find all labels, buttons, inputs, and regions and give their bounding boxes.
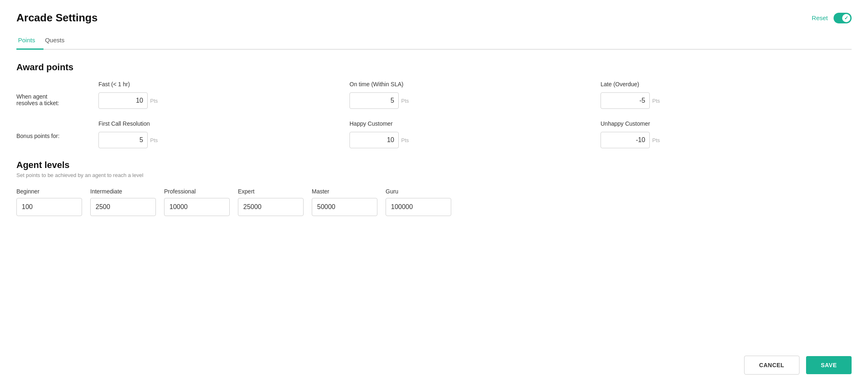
master-input[interactable]	[312, 198, 377, 216]
toggle-knob	[842, 14, 850, 22]
award-points-title: Award points	[16, 62, 852, 73]
guru-input[interactable]	[386, 198, 451, 216]
page-container: Arcade Settings Reset Points Quests Awar…	[0, 0, 868, 391]
award-points-label: When agentresolves a ticket:	[16, 81, 98, 106]
footer-actions: CANCEL SAVE	[744, 356, 852, 375]
firstcall-input-wrap: Pts	[98, 132, 349, 148]
unhappy-input-wrap: Pts	[601, 132, 852, 148]
beginner-input[interactable]	[16, 198, 82, 216]
save-button[interactable]: SAVE	[806, 356, 852, 374]
fast-label: Fast (< 1 hr)	[98, 81, 349, 87]
expert-input[interactable]	[238, 198, 304, 216]
level-col-intermediate: Intermediate	[90, 188, 156, 216]
happy-label: Happy Customer	[349, 120, 601, 127]
points-col-unhappy: Unhappy Customer Pts	[601, 120, 852, 148]
points-col-ontime: On time (Within SLA) Pts	[349, 81, 601, 109]
level-col-beginner: Beginner	[16, 188, 82, 216]
points-col-fast: Fast (< 1 hr) Pts	[98, 81, 349, 109]
late-label: Late (Overdue)	[601, 81, 852, 87]
agent-levels-section: Agent levels Set points to be achieved b…	[16, 160, 852, 216]
award-points-row: When agentresolves a ticket: Fast (< 1 h…	[16, 81, 852, 109]
level-col-professional: Professional	[164, 188, 230, 216]
firstcall-input[interactable]	[98, 132, 148, 148]
intermediate-input[interactable]	[90, 198, 156, 216]
points-col-happy: Happy Customer Pts	[349, 120, 601, 148]
tab-quests[interactable]: Quests	[43, 32, 73, 50]
award-points-columns: Fast (< 1 hr) Pts On time (Within SLA) P…	[98, 81, 852, 109]
reset-link[interactable]: Reset	[812, 14, 828, 21]
intermediate-label: Intermediate	[90, 188, 156, 195]
unhappy-input[interactable]	[601, 132, 650, 148]
tab-points[interactable]: Points	[16, 32, 43, 50]
happy-input[interactable]	[349, 132, 399, 148]
unhappy-label: Unhappy Customer	[601, 120, 852, 127]
ontime-pts-label: Pts	[401, 98, 409, 104]
points-col-firstcall: First Call Resolution Pts	[98, 120, 349, 148]
page-title: Arcade Settings	[16, 12, 98, 24]
agent-levels-subtitle: Set points to be achieved by an agent to…	[16, 172, 852, 178]
professional-label: Professional	[164, 188, 230, 195]
toggle-button[interactable]	[834, 13, 852, 23]
level-col-expert: Expert	[238, 188, 304, 216]
levels-grid: Beginner Intermediate Professional Exper…	[16, 188, 852, 216]
points-col-late: Late (Overdue) Pts	[601, 81, 852, 109]
ontime-label: On time (Within SLA)	[349, 81, 601, 87]
late-input-wrap: Pts	[601, 92, 852, 109]
late-pts-label: Pts	[652, 98, 660, 104]
level-col-master: Master	[312, 188, 377, 216]
page-header: Arcade Settings Reset	[16, 12, 852, 24]
bonus-points-row: Bonus points for: First Call Resolution …	[16, 120, 852, 148]
guru-label: Guru	[386, 188, 451, 195]
late-input[interactable]	[601, 92, 650, 109]
fast-input[interactable]	[98, 92, 148, 109]
beginner-label: Beginner	[16, 188, 82, 195]
firstcall-pts-label: Pts	[150, 137, 158, 143]
fast-pts-label: Pts	[150, 98, 158, 104]
header-right: Reset	[812, 13, 852, 23]
unhappy-pts-label: Pts	[652, 137, 660, 143]
master-label: Master	[312, 188, 377, 195]
bonus-points-label: Bonus points for:	[16, 120, 98, 139]
expert-label: Expert	[238, 188, 304, 195]
cancel-button[interactable]: CANCEL	[744, 356, 799, 375]
happy-pts-label: Pts	[401, 137, 409, 143]
fast-input-wrap: Pts	[98, 92, 349, 109]
bonus-points-columns: First Call Resolution Pts Happy Customer…	[98, 120, 852, 148]
ontime-input-wrap: Pts	[349, 92, 601, 109]
firstcall-label: First Call Resolution	[98, 120, 349, 127]
tabs-container: Points Quests	[16, 32, 852, 50]
level-col-guru: Guru	[386, 188, 451, 216]
happy-input-wrap: Pts	[349, 132, 601, 148]
professional-input[interactable]	[164, 198, 230, 216]
agent-levels-title: Agent levels	[16, 160, 852, 170]
ontime-input[interactable]	[349, 92, 399, 109]
